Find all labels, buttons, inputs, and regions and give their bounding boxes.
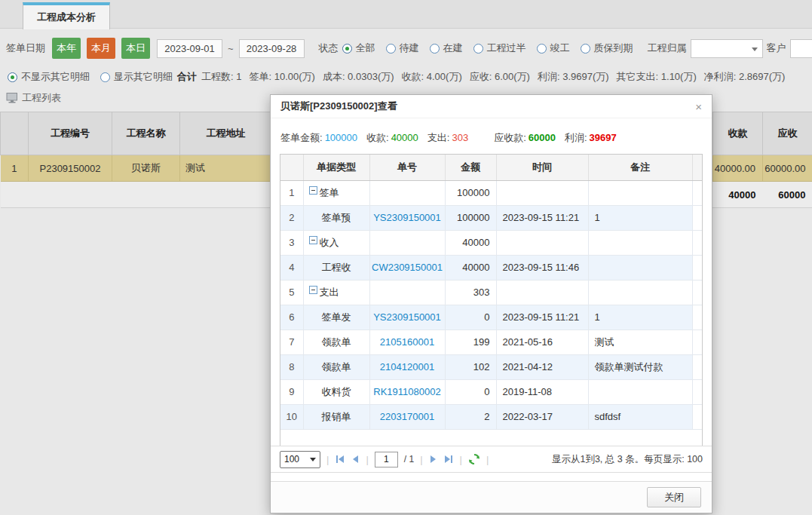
- project-receivable-cell: 60000.00: [763, 155, 812, 182]
- doc-number-link[interactable]: YS2309150001: [369, 205, 445, 230]
- time-cell: [496, 280, 588, 305]
- scrollbar-gutter-cell: [692, 354, 703, 379]
- last-page-button[interactable]: [443, 455, 454, 463]
- status-option-0[interactable]: 全部: [342, 41, 375, 55]
- col-amount[interactable]: 金额: [445, 155, 496, 180]
- scrollbar-gutter-cell: [692, 180, 703, 205]
- col-receivable[interactable]: 应收: [763, 112, 812, 155]
- status-label-2: 在建: [443, 41, 463, 55]
- modal-stat-1: 收款:40000: [366, 131, 418, 145]
- total-stat-1: 签单: 10.00(万): [249, 70, 314, 84]
- quick-filter-button-2[interactable]: 本日: [121, 38, 150, 59]
- quick-filter-button-0[interactable]: 本年: [52, 38, 81, 59]
- tab-label: 工程成本分析: [37, 11, 96, 24]
- doc-number-link[interactable]: CW2309150001: [369, 255, 445, 280]
- page-size-select[interactable]: 100: [280, 451, 320, 468]
- customer-input[interactable]: [790, 39, 812, 58]
- project-code-link[interactable]: P2309150002: [29, 155, 112, 182]
- modal-stat-label: 应收款:: [494, 132, 526, 143]
- modal-stat-label: 签单金额:: [280, 132, 323, 143]
- doc-row: 6签单发YS230915000102023-09-15 11:211: [280, 305, 703, 330]
- radio-icon: [342, 44, 352, 54]
- time-cell: [496, 230, 588, 255]
- col-collected[interactable]: 收款: [713, 112, 763, 155]
- next-page-button[interactable]: [429, 455, 437, 463]
- col-remark[interactable]: 备注: [588, 155, 692, 180]
- doc-number-link[interactable]: RK1911080002: [369, 379, 445, 404]
- page-input[interactable]: 1: [375, 452, 398, 467]
- remark-cell: [588, 280, 692, 305]
- status-label-0: 全部: [356, 41, 375, 55]
- total-stat-3: 收款: 4.00(万): [402, 70, 462, 84]
- totals-label: 合计: [177, 70, 197, 84]
- tab-bar: 工程成本分析: [0, 0, 812, 29]
- time-cell: 2023-09-15 11:46: [496, 255, 588, 280]
- date-from-input[interactable]: 2023-09-01: [157, 39, 222, 58]
- scrollbar-gutter-cell: [692, 205, 703, 230]
- status-label-5: 质保到期: [594, 41, 633, 55]
- doc-row-number: 8: [280, 354, 303, 379]
- doc-row-number: 7: [280, 330, 303, 354]
- quick-filter-button-1[interactable]: 本月: [87, 38, 115, 59]
- status-option-1[interactable]: 待建: [386, 41, 419, 55]
- owner-select[interactable]: [691, 39, 763, 58]
- totals-collected: 40000: [713, 182, 763, 208]
- modal-stat-value: 100000: [325, 132, 357, 143]
- doc-row: 8领款单21041200011022021-04-12领款单测试付款: [280, 354, 703, 379]
- doc-row: 9收料货RK191108000202019-11-08: [280, 379, 703, 404]
- status-label-1: 待建: [400, 41, 419, 55]
- collapse-icon[interactable]: [309, 286, 317, 294]
- status-option-3[interactable]: 工程过半: [473, 41, 526, 55]
- filter-bar: 签单日期 本年本月本日 2023-09-01 ~ 2023-09-28 状态 全…: [6, 38, 812, 59]
- doc-number-link[interactable]: 2104120001: [369, 354, 445, 379]
- collapse-icon[interactable]: [309, 236, 317, 244]
- status-option-4[interactable]: 竣工: [537, 41, 570, 55]
- col-project-name[interactable]: 工程名称: [112, 112, 180, 155]
- monitor-icon: [6, 93, 18, 103]
- detail-toggle-option-0[interactable]: 不显示其它明细: [8, 70, 90, 84]
- status-option-5[interactable]: 质保到期: [581, 41, 633, 55]
- date-to-input[interactable]: 2023-09-28: [239, 39, 305, 58]
- radio-icon: [581, 44, 590, 54]
- row-number-header: [1, 112, 29, 155]
- radio-icon: [430, 44, 440, 54]
- close-button[interactable]: 关闭: [647, 487, 701, 507]
- scrollbar-gutter-cell: [692, 379, 703, 404]
- refresh-icon[interactable]: [468, 453, 480, 465]
- prev-page-button[interactable]: [351, 455, 360, 463]
- col-project-code[interactable]: 工程编号: [29, 112, 112, 155]
- section-title-text: 工程列表: [22, 91, 61, 105]
- first-page-button[interactable]: [335, 455, 345, 463]
- doc-number-link[interactable]: 2105160001: [369, 330, 445, 354]
- doc-type-cell: 签单: [303, 180, 369, 205]
- scrollbar-gutter: [692, 155, 703, 180]
- doc-row: 7领款单21051600011992021-05-16测试: [280, 330, 703, 354]
- doc-type-text: 支出: [320, 287, 339, 298]
- col-time[interactable]: 时间: [496, 155, 588, 180]
- doc-number-link[interactable]: YS2309150001: [369, 305, 445, 330]
- doc-type-cell: 签单发: [303, 305, 369, 330]
- doc-number-link[interactable]: 2203170001: [369, 404, 445, 429]
- col-doc-number[interactable]: 单号: [369, 155, 445, 180]
- modal-stat-0: 签单金额:100000: [280, 131, 357, 145]
- radio-icon: [537, 44, 547, 54]
- status-option-2[interactable]: 在建: [430, 41, 463, 55]
- project-collected-link[interactable]: 40000.00: [713, 155, 763, 182]
- doc-row: 5支出303: [280, 280, 703, 305]
- scrollbar-gutter-cell: [692, 330, 703, 354]
- total-stat-0: 工程数: 1: [201, 70, 241, 84]
- close-icon[interactable]: ×: [695, 101, 702, 112]
- col-project-address[interactable]: 工程地址: [180, 112, 272, 155]
- doc-row-number: 1: [280, 180, 303, 205]
- doc-type-text: 签单: [320, 187, 339, 198]
- project-list-section-title: 工程列表: [6, 91, 61, 105]
- amount-cell: 40000: [445, 255, 496, 280]
- time-cell: 2022-03-17: [496, 404, 588, 429]
- col-doc-type[interactable]: 单据类型: [303, 155, 369, 180]
- detail-toggle-option-1[interactable]: 显示其它明细: [100, 70, 173, 84]
- totals-receivable: 60000: [763, 182, 812, 208]
- tab-project-cost-analysis[interactable]: 工程成本分析: [23, 2, 110, 29]
- modal-stat-label: 收款:: [366, 132, 389, 143]
- modal-stats-bar: 签单金额:100000收款:40000支出:303应收款:60000利润:396…: [271, 118, 712, 154]
- collapse-icon[interactable]: [309, 186, 317, 195]
